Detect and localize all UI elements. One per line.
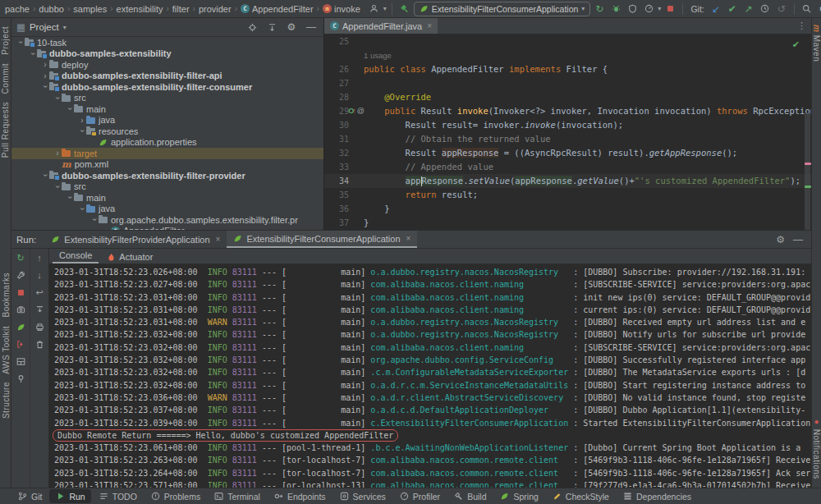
toolwindow-button-run[interactable]: Run	[49, 489, 90, 503]
stop-icon[interactable]	[14, 286, 27, 298]
tab-pull-requests[interactable]: Pull Requests	[1, 102, 10, 158]
pin-icon[interactable]	[14, 373, 27, 384]
chevron-expanded-icon[interactable]: ›	[29, 49, 38, 57]
tree-item-10-task[interactable]: ›10-task	[11, 37, 323, 48]
settings-icon[interactable]: ⚙	[776, 234, 785, 245]
editor-tab-appendedfilter[interactable]: C AppendedFilter.java ×	[324, 18, 438, 34]
chevron-expanded-icon[interactable]: ›	[90, 216, 99, 224]
settings-icon[interactable]: ⚙	[816, 2, 821, 16]
toolwindow-button-endpoints[interactable]: Endpoints	[268, 489, 332, 503]
inspections-ok-icon[interactable]: ✔	[792, 38, 800, 52]
tree-item-main[interactable]: ›main	[11, 103, 323, 115]
breadcrumb-item-samples[interactable]: samples	[71, 4, 108, 14]
chevron-expanded-icon[interactable]: ›	[78, 127, 87, 135]
settings-icon[interactable]: ⚙	[284, 21, 299, 34]
tab-structure[interactable]: Structure	[2, 382, 11, 419]
clear-icon[interactable]	[33, 338, 46, 350]
editor-scrollbar[interactable]	[805, 112, 810, 230]
breadcrumb-item-provider[interactable]: provider	[197, 4, 233, 14]
run-tab-extensibilityfilterconsumerapplication[interactable]: ExtensibilityFilterConsumerApplication×	[227, 231, 417, 248]
tree-item-application-properties[interactable]: application.properties	[11, 137, 323, 149]
run-configuration-select[interactable]: ExtensibilityFilterConsumerApplication▾	[414, 2, 591, 16]
more-options-icon[interactable]: ⋮	[797, 21, 806, 31]
breadcrumb-item-invoke[interactable]: minvoke	[321, 4, 362, 14]
layout-icon[interactable]	[14, 355, 27, 367]
toolwindow-button-services[interactable]: Services	[333, 489, 392, 503]
breadcrumb-item-filter[interactable]: filter	[171, 4, 191, 14]
rerun-icon[interactable]: ↻	[592, 2, 607, 16]
override-method-gutter-icon[interactable]: O↑@	[349, 104, 364, 118]
chevron-down-icon[interactable]: ▾	[383, 5, 387, 12]
chevron-expanded-icon[interactable]: ›	[66, 194, 75, 202]
push-icon[interactable]: ↗	[741, 2, 756, 16]
close-icon[interactable]: ×	[216, 235, 221, 244]
console-output[interactable]: 2023-01-31T18:52:23.026+08:00 INFO 83111…	[49, 264, 811, 488]
breadcrumb-item-appendedfilter[interactable]: CAppendedFilter	[239, 4, 315, 14]
breadcrumb-item-pache[interactable]: pache	[3, 4, 31, 14]
up-icon[interactable]: ↑	[33, 252, 46, 263]
project-panel-title[interactable]: ▦Project▾	[16, 21, 67, 33]
code-area[interactable]: 251 usage26public class AppendedFilter i…	[324, 34, 811, 230]
usages-hint[interactable]: 1 usage	[324, 48, 811, 62]
tree-item-src[interactable]: ›src	[11, 93, 323, 104]
print-icon[interactable]	[33, 321, 46, 332]
tree-item-resources[interactable]: ›resources	[11, 126, 323, 137]
debug-icon[interactable]	[608, 2, 623, 16]
tree-item-pom-xml[interactable]: mpom.xml	[11, 159, 323, 171]
tree-item-target[interactable]: ›target	[11, 148, 323, 159]
stop-icon[interactable]	[663, 2, 677, 16]
chevron-down-icon[interactable]: ▾	[658, 5, 661, 12]
tree-item-dubbo-samples-extensibility-filter-api[interactable]: ›dubbo-samples-extensibility-filter-api	[11, 71, 323, 82]
chevron-expanded-icon[interactable]: ›	[78, 204, 87, 213]
toolwindow-button-todo[interactable]: TODO	[93, 489, 143, 503]
rerun-icon[interactable]: ↻	[14, 252, 27, 263]
wrench-icon[interactable]	[14, 269, 27, 281]
tree-item-deploy[interactable]: ›deploy	[11, 59, 323, 71]
tree-item-dubbo-samples-extensibility-filter-provider[interactable]: ›dubbo-samples-extensibility-filter-prov…	[11, 170, 323, 181]
coverage-icon[interactable]	[625, 2, 640, 16]
tab-maven[interactable]: m Maven	[812, 25, 821, 62]
chevron-expanded-icon[interactable]: ›	[41, 172, 50, 180]
tree-item-org-apache-dubbo-samples-extensibility-filter-pr[interactable]: ›org.apache.dubbo.samples.extensibility.…	[11, 214, 323, 226]
commit-icon[interactable]: ✔	[725, 2, 740, 16]
hide-icon[interactable]: —	[304, 21, 319, 34]
tree-item-dubbo-samples-extensibility-filter-consumer[interactable]: ›dubbo-samples-extensibility-filter-cons…	[11, 81, 323, 93]
close-icon[interactable]: ×	[406, 234, 411, 243]
chevron-collapsed-icon[interactable]: ›	[53, 149, 62, 158]
restart-spring-icon[interactable]	[14, 321, 27, 332]
locate-icon[interactable]	[245, 21, 259, 34]
tree-item-src[interactable]: ›src	[11, 181, 323, 193]
user-icon[interactable]	[367, 2, 382, 16]
tab-console[interactable]: Console	[53, 250, 99, 263]
chevron-expanded-icon[interactable]: ›	[66, 105, 75, 113]
profiler-icon[interactable]	[641, 2, 656, 16]
tab-bookmarks[interactable]: Bookmarks	[2, 273, 11, 318]
run-tab-extensibilityfilterproviderapplication[interactable]: ExtensibilityFilterProviderApplication×	[44, 231, 227, 248]
toolwindow-button-terminal[interactable]: Terminal	[208, 489, 266, 503]
tree-item-dubbo-samples-extensibility[interactable]: ›dubbo-samples-extensibility	[11, 48, 323, 60]
breadcrumb-item-extensibility[interactable]: extensibility	[115, 4, 165, 14]
screenshot-icon[interactable]	[14, 304, 27, 315]
history-icon[interactable]	[758, 2, 773, 16]
collapse-all-icon[interactable]	[264, 21, 279, 34]
toolwindow-button-problems[interactable]: Problems	[144, 489, 206, 503]
toolwindow-button-spring[interactable]: Spring	[493, 489, 544, 503]
tree-item-java[interactable]: ›java	[11, 204, 323, 215]
chevron-collapsed-icon[interactable]: ›	[78, 116, 86, 125]
chevron-expanded-icon[interactable]: ›	[41, 83, 50, 91]
tab-aws-toolkit[interactable]: AWS Toolkit	[2, 326, 11, 374]
toolwindow-button-checkstyle[interactable]: CheckStyle	[546, 489, 615, 503]
update-icon[interactable]: ↙	[709, 2, 723, 16]
tab-commit[interactable]: Commit	[1, 63, 10, 94]
breadcrumb-item-dubbo[interactable]: dubbo	[37, 4, 66, 14]
return-icon[interactable]: ↩	[33, 286, 46, 298]
chevron-collapsed-icon[interactable]: ›	[41, 71, 49, 80]
exit-icon[interactable]	[14, 338, 27, 350]
close-icon[interactable]: ×	[427, 21, 432, 30]
chevron-expanded-icon[interactable]: ›	[53, 182, 62, 190]
tree-item-java[interactable]: ›java	[11, 115, 323, 126]
chevron-collapsed-icon[interactable]: ›	[41, 60, 49, 69]
tab-actuator[interactable]: Actuator	[100, 252, 159, 263]
hide-panel-icon[interactable]: —	[793, 234, 803, 245]
tab-notifications[interactable]: ● Notifications	[812, 417, 821, 479]
